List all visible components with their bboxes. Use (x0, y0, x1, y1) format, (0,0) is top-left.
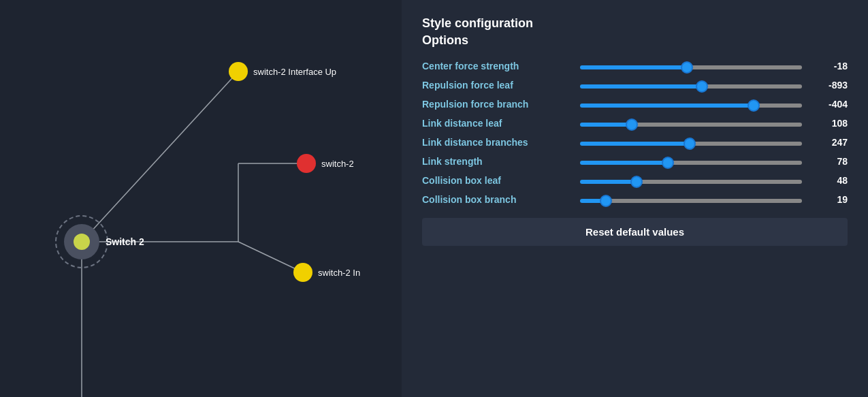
svg-point-10 (297, 154, 316, 173)
slider-input-center-force-strength[interactable] (580, 65, 802, 69)
slider-label-link-distance-branches: Link distance branches (422, 137, 572, 148)
slider-row-center-force-strength: Center force strength-18 (422, 60, 848, 72)
slider-label-link-distance-leaf: Link distance leaf (422, 118, 572, 129)
slider-value-collision-box-leaf: 48 (810, 175, 848, 186)
slider-container-center-force-strength (580, 60, 802, 72)
network-diagram: Switch 2 switch-2 Interface Up switch-2 … (0, 0, 402, 397)
slider-container-link-distance-branches (580, 136, 802, 148)
slider-container-link-distance-leaf (580, 117, 802, 129)
svg-line-0 (82, 72, 238, 242)
slider-label-center-force-strength: Center force strength (422, 61, 572, 72)
svg-point-9 (229, 62, 248, 81)
slider-row-collision-box-leaf: Collision box leaf48 (422, 174, 848, 187)
if-up-label: switch-2 Interface Up (253, 67, 336, 77)
slider-container-link-strength (580, 155, 802, 168)
reset-default-values-button[interactable]: Reset default values (422, 218, 848, 246)
slider-row-link-strength: Link strength78 (422, 155, 848, 168)
slider-value-repulsion-force-leaf: -893 (810, 80, 848, 91)
slider-row-link-distance-leaf: Link distance leaf108 (422, 117, 848, 129)
slider-container-repulsion-force-branch (580, 98, 802, 110)
slider-value-link-distance-branches: 247 (810, 137, 848, 148)
if2-label: switch-2 In (318, 268, 360, 278)
slider-container-collision-box-leaf (580, 174, 802, 187)
slider-label-repulsion-force-branch: Repulsion force branch (422, 99, 572, 110)
slider-value-center-force-strength: -18 (810, 61, 848, 72)
slider-label-repulsion-force-leaf: Repulsion force leaf (422, 80, 572, 91)
slider-container-repulsion-force-leaf (580, 79, 802, 91)
slider-input-link-strength[interactable] (580, 161, 802, 165)
slider-label-collision-box-branch: Collision box branch (422, 194, 572, 205)
slider-label-collision-box-leaf: Collision box leaf (422, 175, 572, 186)
slider-value-repulsion-force-branch: -404 (810, 99, 848, 110)
slider-row-repulsion-force-branch: Repulsion force branch-404 (422, 98, 848, 110)
slider-value-link-distance-leaf: 108 (810, 118, 848, 129)
slider-container-collision-box-branch (580, 193, 802, 206)
slider-row-link-distance-branches: Link distance branches247 (422, 136, 848, 148)
panel-title: Style configuration (422, 16, 848, 31)
svg-line-4 (238, 242, 303, 272)
svg-point-8 (74, 234, 90, 250)
svg-point-11 (293, 263, 312, 282)
slider-row-collision-box-branch: Collision box branch19 (422, 193, 848, 206)
slider-input-link-distance-branches[interactable] (580, 142, 802, 146)
slider-input-collision-box-branch[interactable] (580, 199, 802, 203)
slider-value-link-strength: 78 (810, 156, 848, 167)
sw2-label: switch-2 (321, 159, 354, 169)
sliders-container: Center force strength-18Repulsion force … (422, 60, 848, 206)
slider-label-link-strength: Link strength (422, 156, 572, 167)
config-panel: Style configuration Options Center force… (402, 0, 868, 397)
slider-value-collision-box-branch: 19 (810, 194, 848, 205)
slider-row-repulsion-force-leaf: Repulsion force leaf-893 (422, 79, 848, 91)
slider-input-link-distance-leaf[interactable] (580, 123, 802, 127)
slider-input-repulsion-force-leaf[interactable] (580, 84, 802, 89)
switch2-label: Switch 2 (106, 236, 144, 247)
panel-subtitle: Options (422, 33, 848, 48)
slider-input-collision-box-leaf[interactable] (580, 180, 802, 184)
slider-input-repulsion-force-branch[interactable] (580, 104, 802, 108)
